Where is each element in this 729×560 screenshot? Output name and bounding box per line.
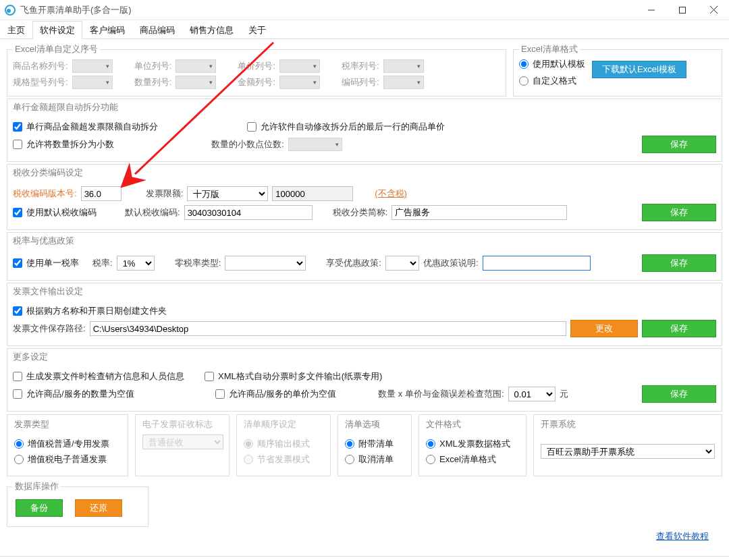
rate-select[interactable]: 1% — [117, 256, 155, 271]
exclude-tax-note: (不含税) — [375, 188, 407, 200]
legend: Excel清单自定义序号 — [13, 43, 100, 55]
save-button[interactable]: 保存 — [642, 204, 716, 221]
tab-home[interactable]: 主页 — [0, 21, 32, 39]
app-logo-icon — [0, 5, 20, 16]
group-taxcode-legend: 税收分类编码设定 — [7, 164, 722, 181]
label: 节省发票模式 — [257, 453, 310, 466]
tab-bar: 主页 软件设定 客户编码 商品编码 销售方信息 关于 — [0, 20, 729, 39]
download-template-button[interactable]: 下载默认Excel模板 — [592, 61, 686, 78]
legend: 数据库操作 — [13, 480, 61, 493]
group-einvoice-flag: 电子发票征收标志 普通征收 — [135, 414, 230, 476]
label: 数量 x 单价与金额误差检查范围: — [378, 388, 504, 400]
policy-desc-input[interactable] — [483, 256, 591, 271]
maximize-button[interactable] — [667, 0, 698, 20]
save-button[interactable]: 保存 — [642, 254, 716, 272]
restore-button[interactable]: 还原 — [75, 499, 122, 517]
title-bar: 飞鱼开票清单助手(多合一版) — [0, 0, 729, 20]
invoice-limit-value — [272, 186, 353, 201]
chk-single-rate[interactable]: 使用单一税率 — [13, 257, 79, 269]
group-excel-format: Excel清单格式 使用默认模板 自定义格式 下载默认Excel模板 — [513, 43, 722, 96]
tab-customer-code[interactable]: 客户编码 — [82, 21, 132, 39]
group-more-legend: 更多设定 — [7, 348, 722, 365]
combo-qty-col: ▾ — [176, 76, 216, 89]
label: 取消清单 — [358, 453, 394, 466]
label: 使用默认税收编码 — [26, 206, 97, 219]
group-output-legend: 发票文件输出设定 — [7, 283, 722, 300]
tab-product-code[interactable]: 商品编码 — [132, 21, 182, 39]
combo-unit-col: ▾ — [176, 59, 216, 73]
group-list-option: 清单选项 附带清单 取消清单 — [338, 414, 412, 476]
label: XML发票数据格式 — [439, 438, 510, 450]
backup-button[interactable]: 备份 — [16, 499, 63, 517]
label: 增值税普通/专用发票 — [28, 438, 109, 450]
label: 附带清单 — [358, 438, 394, 450]
radio-custom-format[interactable]: 自定义格式 — [519, 75, 576, 87]
label: 享受优惠政策: — [326, 257, 381, 269]
chk-modify-price[interactable]: 允许软件自动修改拆分后的最后一行的商品单价 — [247, 121, 445, 133]
tutorial-link[interactable]: 查看软件教程 — [656, 530, 709, 542]
tab-seller-info[interactable]: 销售方信息 — [182, 21, 241, 39]
radio-with-list[interactable]: 附带清单 — [345, 438, 404, 450]
label: Excel清单格式 — [439, 453, 496, 466]
label: 顺序输出模式 — [257, 438, 310, 450]
group-db-ops: 数据库操作 备份 还原 — [7, 480, 148, 527]
error-range-select[interactable]: 0.01 — [508, 387, 556, 401]
group-list-order: 清单顺序设定 顺序输出模式 节省发票模式 — [236, 414, 331, 476]
label: 使用默认模板 — [533, 58, 585, 70]
group-file-format: 文件格式 XML发票数据格式 Excel清单格式 — [418, 414, 526, 476]
tab-settings[interactable]: 软件设定 — [32, 21, 82, 39]
label: 数量的小数点位数: — [211, 138, 284, 150]
radio-no-list[interactable]: 取消清单 — [345, 453, 404, 466]
invoice-limit-select[interactable]: 十万版 — [187, 186, 268, 201]
group-title: 清单选项 — [342, 418, 383, 430]
label: XML格式自动分票时多文件输出(纸票专用) — [218, 370, 382, 383]
change-path-button[interactable]: 更改 — [570, 320, 638, 337]
save-button[interactable]: 保存 — [642, 136, 716, 153]
combo-rate-col: ▾ — [383, 59, 424, 73]
label: 生成发票文件时检查销方信息和人员信息 — [26, 370, 184, 383]
default-taxcode-input[interactable] — [184, 205, 313, 220]
minimize-button[interactable] — [636, 0, 667, 20]
group-rate-legend: 税率与优惠政策 — [7, 232, 722, 249]
group-title: 清单顺序设定 — [241, 418, 299, 430]
chk-decimal-qty[interactable]: 允许将数量拆分为小数 — [13, 138, 114, 150]
combo-price-col: ▾ — [279, 59, 320, 73]
group-title: 电子发票征收标志 — [140, 418, 215, 430]
chk-default-taxcode[interactable]: 使用默认税收编码 — [13, 206, 97, 219]
radio-vat-electronic[interactable]: 增值税电子普通发票 — [14, 453, 121, 466]
label: 元 — [560, 388, 568, 400]
combo-spec-col: ▾ — [72, 76, 113, 89]
radio-default-template[interactable]: 使用默认模板 — [519, 58, 585, 70]
combo-name-col: ▾ — [72, 59, 113, 73]
tab-about[interactable]: 关于 — [241, 21, 273, 39]
group-split-legend: 单行金额超限自动拆分功能 — [7, 99, 722, 115]
save-button[interactable]: 保存 — [642, 385, 716, 403]
radio-xml-format[interactable]: XML发票数据格式 — [426, 438, 519, 450]
label: 金额列号: — [238, 76, 275, 88]
radio-order-seq: 顺序输出模式 — [244, 438, 323, 450]
chk-auto-split[interactable]: 单行商品金额超发票限额自动拆分 — [13, 121, 158, 133]
billing-system-select[interactable]: 百旺云票助手开票系统 — [541, 444, 715, 459]
radio-vat-special[interactable]: 增值税普通/专用发票 — [14, 438, 121, 450]
combo-decimal-places[interactable]: ▾ — [288, 138, 342, 151]
label: 自定义格式 — [533, 75, 576, 87]
label: 根据购方名称和开票日期创建文件夹 — [26, 305, 167, 317]
tax-short-input[interactable] — [392, 205, 567, 220]
chk-qty-null[interactable]: 允许商品/服务的数量为空值 — [13, 388, 134, 400]
chk-check-seller[interactable]: 生成发票文件时检查销方信息和人员信息 — [13, 370, 184, 383]
label: 单行商品金额超发票限额自动拆分 — [26, 121, 158, 133]
chk-xml-multi[interactable]: XML格式自动分票时多文件输出(纸票专用) — [205, 370, 382, 383]
taxcode-version-input[interactable] — [81, 186, 122, 201]
window-title: 飞鱼开票清单助手(多合一版) — [20, 4, 636, 16]
label: 单位列号: — [134, 60, 172, 72]
save-button[interactable]: 保存 — [642, 320, 716, 337]
legend: Excel清单格式 — [519, 43, 580, 55]
policy-select[interactable] — [385, 256, 419, 271]
output-path-input[interactable] — [90, 321, 566, 336]
close-button[interactable] — [698, 0, 729, 20]
radio-excel-format[interactable]: Excel清单格式 — [426, 453, 519, 466]
chk-create-folder[interactable]: 根据购方名称和开票日期创建文件夹 — [13, 305, 167, 317]
label: 允许软件自动修改拆分后的最后一行的商品单价 — [261, 121, 445, 133]
chk-price-null[interactable]: 允许商品/服务的单价为空值 — [215, 388, 337, 400]
zero-rate-select[interactable] — [225, 256, 306, 271]
